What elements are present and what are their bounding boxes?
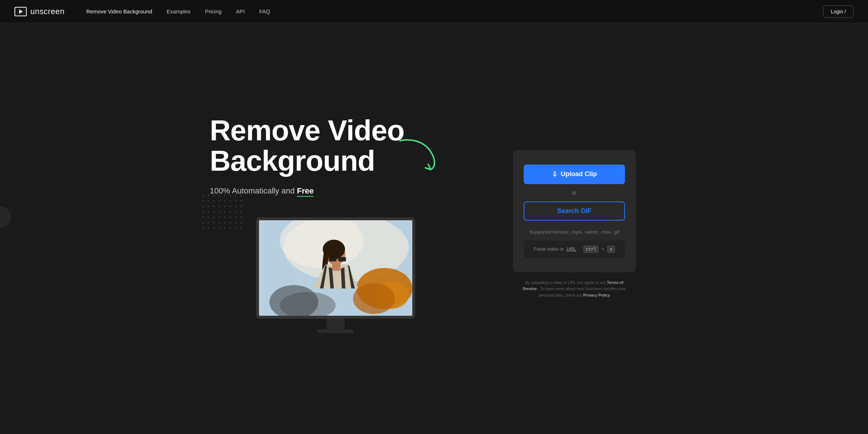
svg-rect-10 bbox=[329, 257, 336, 261]
nav-api[interactable]: API bbox=[236, 8, 245, 14]
arrow-decoration bbox=[396, 137, 440, 175]
monitor-screen bbox=[256, 217, 415, 319]
hero-subtitle: 100% Automatically and Free bbox=[210, 186, 461, 196]
left-section: Remove Video Background 100% Automatical… bbox=[210, 115, 461, 333]
privacy-policy-link[interactable]: Privacy Policy bbox=[583, 293, 610, 297]
login-button[interactable]: Login / bbox=[823, 5, 854, 18]
logo-link[interactable]: unscreen bbox=[14, 7, 65, 16]
monitor-base bbox=[318, 329, 354, 333]
v-key: v bbox=[607, 246, 615, 253]
monitor-stand bbox=[327, 319, 345, 329]
paste-area[interactable]: Paste video or URL ctrl + v bbox=[524, 241, 625, 258]
upload-clip-button[interactable]: ⇩ Upload Clip bbox=[524, 165, 625, 184]
formats-text: Supported formats: .mp4, .webm, .mov, .g… bbox=[529, 229, 619, 235]
monitor-image bbox=[259, 220, 412, 316]
subtitle-prefix: 100% Automatically and bbox=[210, 186, 297, 195]
upload-icon: ⇩ bbox=[552, 170, 557, 178]
svg-rect-13 bbox=[332, 264, 340, 271]
search-gif-button[interactable]: Search GIF bbox=[524, 201, 625, 221]
nav-faq[interactable]: FAQ bbox=[259, 8, 270, 14]
ctrl-key: ctrl bbox=[583, 246, 599, 253]
main-content: Remove Video Background 100% Automatical… bbox=[181, 0, 687, 434]
hero-title-line2: Background bbox=[210, 145, 375, 177]
right-section: ⇩ Upload Clip or Search GIF Supported fo… bbox=[490, 150, 658, 299]
logo-text: unscreen bbox=[30, 7, 65, 16]
nav-pricing[interactable]: Pricing bbox=[205, 8, 222, 14]
hero-title-line1: Remove Video bbox=[210, 114, 404, 146]
or-divider: or bbox=[572, 190, 576, 196]
navbar: unscreen Remove Video Background Example… bbox=[0, 0, 868, 23]
nav-remove-video-background[interactable]: Remove Video Background bbox=[86, 8, 152, 14]
monitor-display bbox=[210, 217, 461, 333]
plus-sign: + bbox=[601, 246, 604, 252]
logo-icon bbox=[14, 7, 27, 16]
upload-card: ⇩ Upload Clip or Search GIF Supported fo… bbox=[513, 150, 636, 272]
paste-url-link[interactable]: URL bbox=[567, 246, 576, 252]
svg-point-5 bbox=[353, 283, 395, 314]
svg-rect-11 bbox=[339, 257, 346, 261]
nav-links: Remove Video Background Examples Pricing… bbox=[86, 8, 823, 14]
subtitle-free: Free bbox=[297, 186, 314, 197]
paste-label: Paste video or bbox=[534, 246, 564, 252]
paste-kbd-separator bbox=[579, 246, 580, 252]
decorative-circle bbox=[0, 206, 11, 228]
nav-examples[interactable]: Examples bbox=[167, 8, 191, 14]
play-icon bbox=[19, 9, 23, 14]
upload-clip-label: Upload Clip bbox=[561, 170, 597, 178]
nav-right: Login / bbox=[823, 5, 854, 18]
terms-text: By uploading a video or URL you agree to… bbox=[520, 280, 629, 299]
